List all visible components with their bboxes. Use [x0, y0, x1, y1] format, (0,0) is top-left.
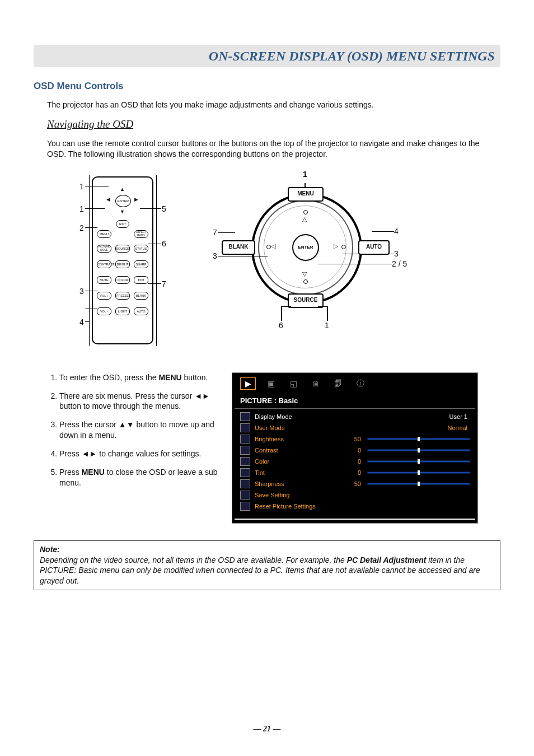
osd-row: Reset Picture Settings	[240, 501, 470, 512]
osd-row-label: Color	[255, 458, 339, 465]
osd-row: Contrast0	[240, 445, 470, 456]
panel-callout-3-right: 3	[394, 249, 399, 258]
osd-row-value: 0	[339, 458, 368, 465]
step-5: Press MENU to close the OSD or leave a s…	[59, 467, 221, 488]
osd-row-icon	[240, 457, 250, 466]
steps-list: To enter the OSD, press the MENU button.…	[47, 372, 221, 524]
page-number: — 21 —	[0, 725, 534, 734]
panel-callout-1-bottom: 1	[325, 321, 329, 330]
osd-row-label: Contrast	[255, 447, 339, 454]
auto-button: AUTO	[134, 307, 148, 315]
source-button: SOURCE	[115, 245, 130, 253]
intro-paragraph: The projector has an OSD that lets you m…	[34, 100, 500, 110]
note-heading: Note:	[40, 544, 494, 555]
remote-row-4: VOL + FREEZE BLANK	[97, 292, 148, 300]
osd-row: Color0	[240, 456, 470, 467]
remote-row-1: PICTURE MODE SOURCE STATUS	[97, 245, 148, 253]
remote-diagram: ▲ ▼ ◀ ▶ ENTER EXIT MENU ASPECT RATIO PIC…	[47, 171, 187, 350]
osd-row-label: Brightness	[255, 436, 339, 442]
osd-row: Display ModeUser 1	[240, 411, 470, 422]
osd-row-label: User Mode	[255, 424, 339, 431]
panel-callout-4: 4	[394, 227, 399, 236]
remote-menu-button: MENU	[97, 230, 111, 238]
osd-tab-3-icon: ◱	[286, 378, 301, 389]
step-2: There are six menus. Press the cursor ◄►…	[59, 391, 221, 412]
osd-screenshot: ▶ ▣ ◱ 🗎 🗐 ⓘ PICTURE : Basic Display Mode…	[232, 372, 478, 524]
note-text-pre: Depending on the video source, not all i…	[40, 556, 347, 564]
color-button: COLOR	[115, 276, 130, 284]
remote-dpad: ▲ ▼ ◀ ▶ ENTER	[103, 186, 142, 214]
step-3: Press the cursor ▲▼ button to move up an…	[59, 419, 221, 441]
callout-4: 4	[79, 318, 84, 326]
osd-tab-2-icon: ▣	[264, 378, 278, 389]
osd-slider	[368, 482, 470, 486]
osd-tab-6-icon: ⓘ	[353, 378, 368, 389]
callout-2: 2	[79, 223, 84, 232]
section-heading: OSD Menu Controls	[34, 81, 500, 92]
blank-button: BLANK	[134, 292, 148, 300]
callout-6: 6	[162, 239, 166, 248]
osd-row-value: Normal	[448, 424, 470, 431]
osd-row-icon	[240, 446, 250, 455]
note-box: Note: Depending on the video source, not…	[34, 540, 500, 591]
left-arrow-icon: ◀	[106, 197, 110, 202]
osd-row: Save Setting	[240, 489, 470, 501]
remote-body: ▲ ▼ ◀ ▶ ENTER EXIT MENU ASPECT RATIO PIC…	[92, 176, 153, 344]
status-button: STATUS	[134, 245, 148, 253]
remote-row-5: VOL - LIGHT AUTO	[97, 307, 148, 315]
osd-tab-bar: ▶ ▣ ◱ 🗎 🗐 ⓘ	[232, 376, 477, 394]
osd-row: Sharpness50	[240, 478, 470, 489]
bright-button: BRIGHT	[115, 260, 130, 268]
osd-row-icon	[240, 468, 250, 477]
osd-row: Tint0	[240, 467, 470, 478]
steps-and-osd-row: To enter the OSD, press the MENU button.…	[47, 372, 500, 524]
panel-callout-3-left: 3	[213, 251, 217, 260]
banner-title: ON-SCREEN DISPLAY (OSD) MENU SETTINGS	[209, 49, 495, 64]
sharp-button: SHARP	[134, 260, 148, 268]
panel-callout-2-5: 2 / 5	[392, 259, 407, 268]
osd-tab-4-icon: 🗎	[308, 378, 323, 389]
tint-button: TINT	[134, 276, 148, 284]
osd-tab-picture-icon: ▶	[240, 377, 256, 390]
osd-row: Brightness50	[240, 433, 470, 445]
osd-row-icon	[240, 435, 250, 444]
vol-down-button: VOL -	[97, 307, 111, 315]
down-arrow-icon: ▼	[120, 209, 125, 214]
callout-7: 7	[162, 279, 166, 288]
callout-3: 3	[79, 287, 84, 296]
osd-row-icon	[240, 491, 250, 500]
osd-tab-5-icon: 🗐	[331, 378, 345, 389]
osd-slider	[368, 471, 470, 474]
callout-1b: 1	[79, 204, 84, 213]
osd-slider	[368, 437, 470, 441]
remote-aspect-button: ASPECT RATIO	[134, 230, 148, 238]
panel-callout-6: 6	[279, 321, 283, 330]
osd-row-value: 50	[339, 480, 368, 487]
osd-row-value: User 1	[449, 413, 470, 420]
vol-up-button: VOL +	[97, 292, 111, 300]
osd-row-label: Tint	[255, 469, 339, 476]
osd-row-value: 0	[339, 447, 368, 454]
step-1: To enter the OSD, press the MENU button.	[59, 372, 221, 383]
light-button: LIGHT	[115, 307, 130, 315]
remote-enter-button: ENTER	[115, 195, 131, 207]
osd-row-label: Display Mode	[255, 413, 339, 420]
title-banner: ON-SCREEN DISPLAY (OSD) MENU SETTINGS	[34, 45, 500, 67]
callout-5: 5	[162, 204, 166, 213]
nav-paragraph: You can use the remote control cursor bu…	[34, 138, 500, 160]
panel-auto-tab: AUTO	[358, 240, 390, 255]
contrast-button: CONTRAST	[97, 260, 111, 268]
remote-exit-button: EXIT	[116, 220, 129, 228]
up-arrow-icon: ▲	[120, 186, 125, 192]
osd-list: Display ModeUser 1User ModeNormalBrightn…	[232, 409, 477, 514]
osd-row-value: 0	[339, 469, 368, 476]
osd-row-label: Sharpness	[255, 480, 339, 487]
osd-row-label: Reset Picture Settings	[255, 503, 339, 510]
picture-mode-button: PICTURE MODE	[97, 245, 111, 253]
note-bold: PC Detail Adjustment	[347, 556, 427, 564]
osd-menu-title: PICTURE : Basic	[232, 394, 477, 408]
right-arrow-icon: ▶	[134, 197, 138, 202]
panel-callout-7: 7	[213, 228, 217, 237]
panel-callout-1-top: 1	[303, 170, 307, 179]
sub-heading: Navigating the OSD	[47, 118, 500, 130]
